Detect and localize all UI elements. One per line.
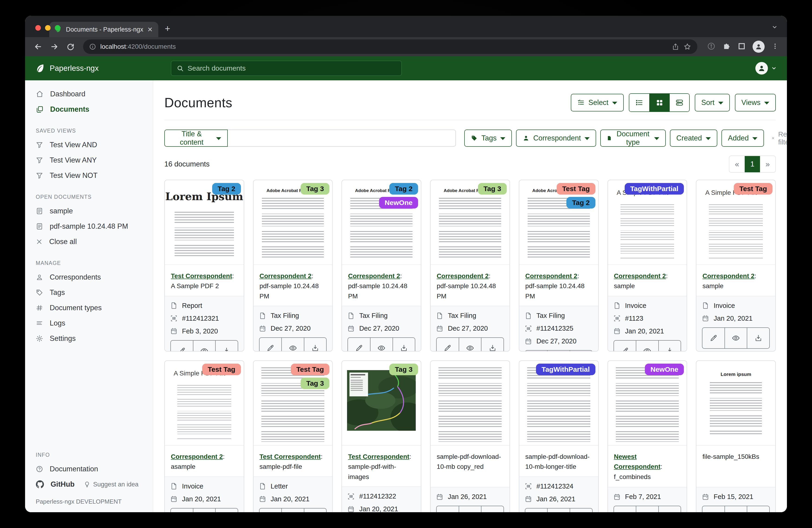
correspondent-link[interactable]: Correspondent 2 [525,272,577,280]
filter-field-dropdown[interactable]: Title & content [164,130,228,147]
tag-badge[interactable]: TagWithPartial [625,183,684,195]
tag-badge[interactable]: Tag 3 [478,183,507,195]
correspondent-link[interactable]: Test Correspondent [260,453,321,460]
search-input[interactable] [188,64,396,72]
tag-badge[interactable]: Tag 2 [566,197,595,209]
correspondent-link[interactable]: Test Correspondent [171,272,232,280]
tag-badge[interactable]: Test Tag [734,183,772,195]
user-menu[interactable] [755,62,777,74]
pagination-prev-button[interactable]: « [729,156,745,172]
suggest-idea[interactable]: Suggest an idea [84,481,139,488]
sidebar-item-saved-view-not[interactable]: Test View NOT [25,168,153,183]
browser-tab[interactable]: Documents - Paperless-ngx ✕ [49,22,158,37]
view-button[interactable] [724,328,747,348]
sort-dropdown-button[interactable]: Sort [695,94,730,112]
filter-query-input[interactable] [228,130,456,147]
view-button[interactable] [193,341,215,352]
view-button[interactable] [370,338,393,352]
edit-button[interactable] [171,509,193,512]
tag-badge[interactable]: Tag 2 [212,183,241,195]
download-button[interactable] [304,509,327,512]
tag-badge[interactable]: Test Tag [202,363,241,375]
global-search[interactable] [171,61,402,76]
edit-button[interactable] [260,509,281,512]
download-button[interactable] [570,351,592,352]
sidebar-open-doc-sample[interactable]: sample [25,203,153,219]
sidebar-item-document-types[interactable]: Document types [25,300,153,316]
view-button[interactable] [459,338,481,352]
tag-badge[interactable]: NewOne [379,197,418,209]
document-card[interactable]: Tag 3 Adobe Acrobat PDF Files Correspond… [253,180,333,352]
sidebar-item-tags[interactable]: Tags [25,285,153,300]
sidebar-item-documentation[interactable]: Documentation [25,461,153,477]
correspondent-link[interactable]: Correspondent 2 [614,272,666,280]
download-button[interactable] [481,338,504,352]
document-card[interactable]: Test Tag A Simple PDF File Correspondent… [164,360,244,512]
extensions-puzzle-icon[interactable] [722,42,731,51]
document-thumbnail[interactable] [431,361,509,445]
tag-badge[interactable]: Tag 3 [301,377,329,389]
download-button[interactable] [747,506,769,512]
document-card[interactable]: TagWithPartial A Simple PDF File Corresp… [608,180,687,352]
macos-close-button[interactable] [35,25,41,31]
new-tab-button[interactable]: + [165,24,170,34]
bookmark-star-icon[interactable] [683,43,691,51]
edit-button[interactable] [437,338,459,352]
view-button[interactable] [547,509,570,512]
correspondent-link[interactable]: Correspondent 2 [702,272,754,280]
download-button[interactable] [570,509,592,512]
view-button[interactable] [636,506,658,512]
edit-button[interactable] [614,506,636,512]
correspondent-link[interactable]: Test Correspondent [348,453,409,460]
correspondent-link[interactable]: Correspondent 2 [348,272,400,280]
list-view-button[interactable] [629,94,649,112]
tag-badge[interactable]: Test Tag [291,363,330,375]
edit-button[interactable] [702,328,724,348]
macos-minimize-button[interactable] [45,25,50,31]
site-info-icon[interactable] [89,43,96,50]
document-card[interactable]: Test Tag A Simple PDF File Correspondent… [696,180,776,352]
document-card[interactable]: Tag 2NewOne Adobe Acrobat PDF Files Corr… [342,180,421,352]
sidebar-open-doc-pdf-sample[interactable]: pdf-sample 10.24.48 PM [25,219,153,234]
correspondent-link[interactable]: Correspondent 2 [437,272,489,280]
sidebar-item-saved-view-and[interactable]: Test View AND [25,137,153,153]
correspondent-link[interactable]: Correspondent 2 [260,272,311,280]
document-card[interactable]: Tag 3 Test Correspondent: sample-pdf-wit… [342,360,421,512]
sidebar-item-dashboard[interactable]: Dashboard [25,86,153,102]
pagination-page-1[interactable]: 1 [745,156,760,172]
sidebar-item-saved-view-any[interactable]: Test View ANY [25,153,153,168]
edit-button[interactable] [525,509,547,512]
tab-close-icon[interactable]: ✕ [147,26,153,33]
filter-correspondent-dropdown[interactable]: Correspondent [516,130,596,147]
tag-badge[interactable]: Tag 2 [389,183,418,195]
filter-added-dropdown[interactable]: Added [722,130,764,147]
correspondent-link[interactable]: Correspondent 2 [171,453,223,460]
sidebar-item-documents[interactable]: Documents [25,102,153,117]
sidebar-item-logs[interactable]: Logs [25,316,153,331]
edit-button[interactable] [702,506,724,512]
document-card[interactable]: TagWithPartial sample-pdf-download-10-mb… [519,360,599,512]
correspondent-link[interactable]: Newest Correspondent [614,453,661,470]
view-button[interactable] [636,341,658,352]
app-brand[interactable]: Paperless-ngx [35,63,153,73]
select-dropdown-button[interactable]: Select [571,94,624,112]
forward-button[interactable] [47,40,61,54]
download-button[interactable] [747,328,769,348]
edit-button[interactable] [437,506,459,512]
download-button[interactable] [658,506,681,512]
reload-button[interactable] [63,40,77,54]
extension-badge-icon[interactable] [707,42,715,51]
filter-document-type-dropdown[interactable]: Document type [600,130,666,147]
tag-badge[interactable]: Tag 3 [389,363,418,375]
edit-button[interactable] [614,341,636,352]
share-icon[interactable] [672,43,679,51]
sidebar-item-settings[interactable]: Settings [25,331,153,346]
download-button[interactable] [215,509,238,512]
document-card[interactable]: Test TagTag 3 Test Correspondent: sample… [253,360,333,512]
download-button[interactable] [658,341,681,352]
address-bar[interactable]: localhost:4200/documents [83,40,697,54]
view-button[interactable] [193,509,215,512]
edit-button[interactable] [348,338,370,352]
download-button[interactable] [304,338,327,352]
reset-filters-button[interactable]: Reset filters [771,130,787,146]
